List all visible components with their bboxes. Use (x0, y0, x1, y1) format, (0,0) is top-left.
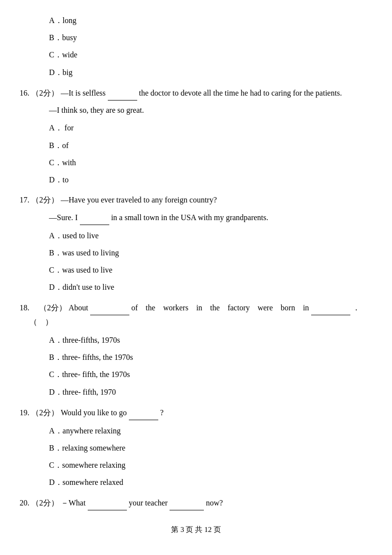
q18-blank1 (90, 301, 129, 315)
q19-blank (129, 405, 158, 420)
option-letter: B． (49, 353, 62, 361)
question-17: 17. （2分） —Have you ever traveled to any … (20, 193, 372, 294)
q20-blank2 (170, 496, 204, 510)
question-20: 20. （2分） －What your teacher now? (20, 496, 372, 510)
question-19: 19. （2分） Would you like to go ? A．anywhe… (20, 405, 372, 489)
q17-stem-2: —Sure. I in a small town in the USA with… (49, 210, 372, 225)
option-letter: D． (49, 478, 63, 486)
q18-paren: （ ） (29, 318, 53, 326)
q17-option-b: B．was used to living (49, 246, 372, 259)
question-16: 16. （2分） —It is selfless the doctor to d… (20, 86, 372, 186)
q16-option-a: A． for (49, 121, 372, 134)
option-c-wide: C．wide (49, 48, 372, 61)
question-18: 18. （2分） About of the workers in the fac… (20, 301, 372, 398)
q17-stem-1: 17. （2分） —Have you ever traveled to any … (20, 193, 372, 207)
q16-stem: 16. （2分） —It is selfless the doctor to d… (20, 86, 372, 101)
q16-option-c: C．with (49, 156, 372, 169)
option-letter: D． (49, 283, 63, 291)
option-letter: D． (49, 176, 63, 184)
option-letter: D． (49, 388, 63, 396)
option-letter: C． (49, 370, 62, 378)
option-letter: D． (49, 68, 63, 76)
q19-option-d: D．somewhere relaxed (49, 476, 372, 489)
q20-blank1 (88, 496, 127, 510)
option-letter: C． (49, 50, 62, 59)
option-letter: B． (49, 444, 62, 452)
q20-stem: 20. （2分） －What your teacher now? (20, 496, 372, 510)
q18-option-b: B．three- fifths, the 1970s (49, 351, 372, 364)
option-letter: C． (49, 158, 62, 167)
option-d-big: D．big (49, 66, 372, 79)
option-letter: A． (49, 16, 63, 25)
q18-blank2 (311, 301, 350, 315)
option-letter: B． (49, 141, 62, 150)
option-letter: A． (49, 336, 63, 344)
q16-option-d: D．to (49, 173, 372, 186)
option-b-busy: B．busy (49, 31, 372, 44)
q19-option-b: B．relaxing somewhere (49, 441, 372, 454)
option-a-long: A．long (49, 14, 372, 27)
option-letter: B． (49, 249, 62, 257)
option-letter: C． (49, 266, 62, 274)
q18-option-d: D．three- fifth, 1970 (49, 385, 372, 399)
q19-stem: 19. （2分） Would you like to go ? (20, 405, 372, 420)
q18-option-a: A．three-fifths, 1970s (49, 333, 372, 347)
q16-blank (108, 86, 137, 101)
q19-option-a: A．anywhere relaxing (49, 424, 372, 437)
option-letter: A． (49, 231, 63, 240)
option-letter: B． (49, 33, 62, 42)
option-letter: A． (49, 124, 63, 132)
q19-option-c: C．somewhere relaxing (49, 458, 372, 472)
q16-option-b: B．of (49, 139, 372, 152)
q17-blank (80, 210, 109, 225)
q17-option-d: D．didn't use to live (49, 280, 372, 294)
q17-option-a: A．used to live (49, 229, 372, 242)
q18-stem: 18. （2分） About of the workers in the fac… (20, 301, 372, 329)
page-footer: 第 3 页 共 12 页 (20, 525, 372, 534)
q17-option-c: C．was used to live (49, 263, 372, 277)
option-letter: C． (49, 461, 62, 469)
q18-option-c: C．three- fifth, the 1970s (49, 368, 372, 381)
option-letter: A． (49, 427, 63, 435)
prev-options-block: A．long B．busy C．wide D．big (20, 14, 372, 79)
q16-response: —I think so, they are so great. (49, 103, 372, 118)
